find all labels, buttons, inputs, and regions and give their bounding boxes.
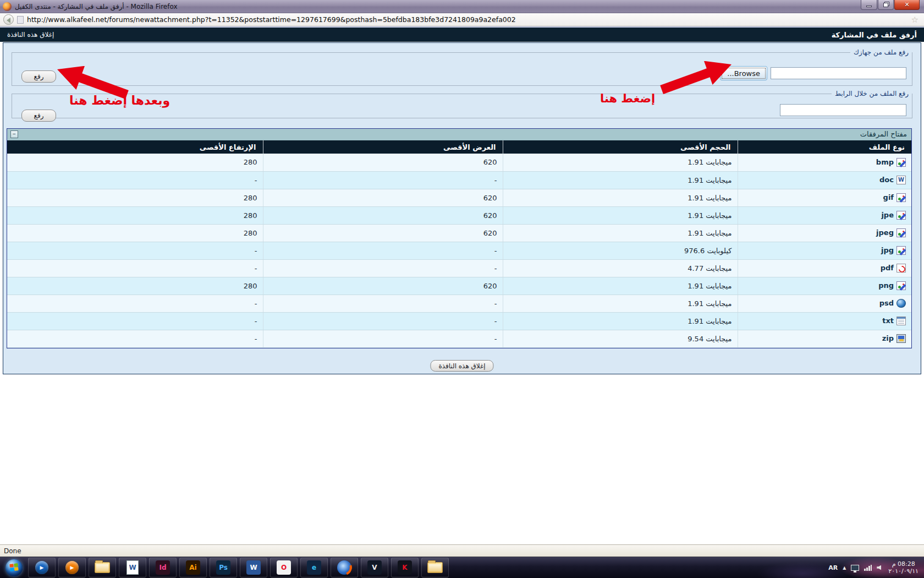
file-type-cell: gif [738, 189, 911, 206]
attachments-table: نوع الملف الحجم الأقصى العرض الأقصى الإر… [7, 140, 911, 348]
file-type-cell: txt [738, 312, 911, 330]
file-type-label: png [878, 281, 894, 290]
indesign-icon-glyph: Id [156, 560, 170, 575]
file-type-cell: Wdoc [738, 171, 911, 189]
table-row: bmp 1.91 ميجابايت 620 280 [7, 154, 911, 171]
media-player-blue-icon[interactable]: ▶ [28, 558, 56, 577]
upload-device-button[interactable]: رفع [21, 70, 56, 83]
word-document-icon[interactable]: W [119, 558, 146, 577]
system-tray: AR ▲ 08:28 م ٢٠١٠/٠٩/١١ [828, 560, 924, 575]
file-type-label: doc [879, 176, 894, 184]
restore-button[interactable] [878, 0, 894, 10]
max-height-cell: - [7, 171, 263, 189]
internet-explorer-icon[interactable]: e [300, 558, 328, 577]
file-icon [897, 334, 906, 343]
col-max-size: الحجم الأقصى [503, 140, 738, 154]
collapse-icon[interactable]: − [10, 130, 18, 138]
opera-icon[interactable]: O [270, 558, 298, 577]
file-icon [897, 228, 906, 237]
max-width-cell: - [263, 171, 503, 189]
start-button[interactable] [2, 558, 25, 577]
explorer-folder-icon-glyph [427, 562, 443, 573]
indesign-icon[interactable]: Id [149, 558, 177, 577]
max-height-cell: 280 [7, 277, 263, 295]
photoshop-icon[interactable]: Ps [210, 558, 237, 577]
max-size-cell: 976.6 كيلوبايت [503, 242, 738, 259]
max-width-cell: 620 [263, 277, 503, 295]
language-indicator[interactable]: AR [828, 564, 838, 571]
libraries-icon[interactable] [89, 558, 116, 577]
network-icon[interactable] [864, 565, 872, 571]
file-type-label: txt [882, 317, 894, 325]
word-icon[interactable]: W [240, 558, 267, 577]
display-icon[interactable] [851, 565, 859, 571]
file-type-label: zip [882, 334, 894, 342]
file-path-input[interactable] [771, 67, 906, 79]
max-height-cell: - [7, 330, 263, 347]
max-size-cell: 1.91 ميجابايت [503, 171, 738, 189]
close-window-button[interactable]: ✕ [894, 0, 920, 10]
max-size-cell: 1.91 ميجابايت [503, 206, 738, 224]
antivirus-v-icon-glyph: V [367, 560, 382, 575]
antivirus-v-icon[interactable]: V [361, 558, 388, 577]
taskbar-clock[interactable]: 08:28 م ٢٠١٠/٠٩/١١ [888, 560, 919, 575]
file-type-label: gif [883, 193, 894, 201]
file-type-cell: jpe [738, 206, 911, 224]
internet-explorer-icon-glyph: e [307, 560, 321, 575]
file-icon [897, 158, 906, 167]
kaspersky-icon[interactable]: K [391, 558, 419, 577]
start-button-glyph [6, 559, 23, 576]
window-controls: ✕ [860, 0, 920, 10]
status-bar: Done [0, 544, 924, 557]
table-row: gif 1.91 ميجابايت 620 280 [7, 189, 911, 206]
url-input[interactable]: http://www.alkafeel.net/forums/newattach… [27, 15, 911, 24]
bookmark-star-icon[interactable]: ☆ [911, 15, 919, 25]
table-row: pdf 4.77 ميجابايت - - [7, 259, 911, 277]
file-type-label: jpeg [876, 228, 894, 237]
window-title: أرفق ملف في المشاركة - منتدى الكفيل - Mo… [15, 3, 177, 10]
max-size-cell: 9.54 ميجابايت [503, 330, 738, 347]
content-panel: رفع ملف من جهازك Browse... رفع رفع الملف… [3, 42, 921, 374]
file-icon [897, 317, 906, 325]
media-player-blue-icon-glyph: ▶ [35, 561, 48, 574]
file-type-label: bmp [876, 158, 894, 166]
file-type-cell: bmp [738, 154, 911, 171]
table-row: jpeg 1.91 ميجابايت 620 280 [7, 224, 911, 242]
status-text: Done [4, 547, 21, 555]
close-window-bottom-button[interactable]: إغلاق هذه النافذة [430, 360, 493, 372]
max-height-cell: - [7, 242, 263, 259]
explorer-folder-icon[interactable] [421, 558, 449, 577]
max-width-cell: - [263, 330, 503, 347]
firefox-icon-glyph [337, 560, 351, 575]
illustrator-icon[interactable]: Ai [179, 558, 207, 577]
volume-icon[interactable] [877, 565, 881, 570]
media-player-orange-icon[interactable]: ▶ [58, 558, 86, 577]
upload-from-device-fieldset: رفع ملف من جهازك Browse... رفع [12, 48, 912, 86]
max-height-cell: 280 [7, 154, 263, 171]
browser-viewport: أرفق ملف في المشاركة إغلاق هذه النافذة ر… [0, 26, 924, 544]
file-type-label: jpe [881, 211, 894, 219]
table-row: jpg 976.6 كيلوبايت - - [7, 242, 911, 259]
minimize-button[interactable] [861, 0, 877, 10]
media-player-orange-icon-glyph: ▶ [65, 561, 79, 574]
window-titlebar: أرفق ملف في المشاركة - منتدى الكفيل - Mo… [0, 0, 924, 13]
file-icon [897, 211, 906, 220]
libraries-icon-glyph [95, 562, 110, 573]
close-window-link[interactable]: إغلاق هذه النافذة [7, 31, 54, 39]
link-url-input[interactable] [780, 104, 906, 116]
max-width-cell: 620 [263, 206, 503, 224]
max-height-cell: - [7, 312, 263, 330]
upload-link-button[interactable]: رفع [21, 110, 56, 122]
back-button[interactable] [3, 14, 14, 25]
max-size-cell: 1.91 ميجابايت [503, 189, 738, 206]
kaspersky-icon-glyph: K [398, 560, 412, 575]
file-icon [897, 193, 906, 202]
max-width-cell: 620 [263, 224, 503, 242]
page-title: أرفق ملف في المشاركة [832, 31, 917, 39]
hidden-icons-arrow[interactable]: ▲ [843, 565, 846, 570]
max-width-cell: 620 [263, 154, 503, 171]
taskbar: ▶▶WIdAiPsWOeVK AR ▲ 08:28 م ٢٠١٠/٠٩/١١ [0, 557, 924, 578]
firefox-icon[interactable] [331, 558, 358, 577]
max-size-cell: 1.91 ميجابايت [503, 154, 738, 171]
clock-time: 08:28 م [888, 560, 919, 568]
